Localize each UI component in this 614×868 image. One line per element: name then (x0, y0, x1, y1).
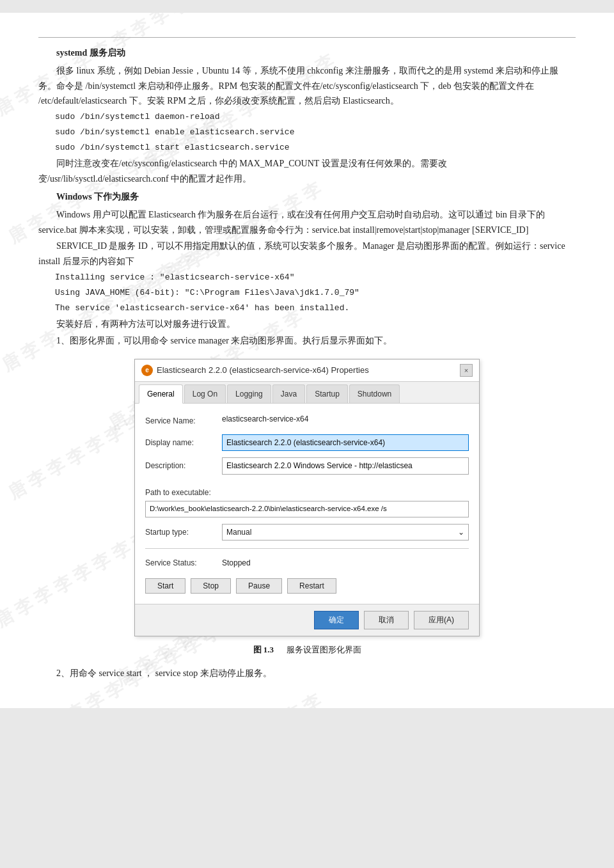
properties-dialog: e Elasticsearch 2.2.0 (elasticsearch-ser… (134, 359, 480, 636)
apply-button[interactable]: 应用(A) (414, 611, 469, 629)
code-line-3: The service 'elasticsearch-service-x64' … (38, 301, 576, 315)
tab-general[interactable]: General (139, 384, 183, 404)
display-name-label: Display name: (145, 434, 222, 449)
field-service-status: Service Status: Stopped (145, 556, 469, 569)
status-label: Service Status: (145, 556, 222, 569)
field-path: Path to executable: D:\work\es_book\elas… (145, 486, 469, 517)
description-label: Description: (145, 457, 222, 472)
titlebar-left: e Elasticsearch 2.2.0 (elasticsearch-ser… (141, 363, 369, 377)
tab-logging[interactable]: Logging (227, 384, 271, 403)
startup-value: Manual (226, 526, 251, 539)
para-after-code: 安装好后，有两种方法可以对服务进行设置。 (38, 317, 576, 332)
para-method2: 2、用命令 service start ， service stop 来启动停止… (38, 666, 576, 681)
dialog-wrapper: e Elasticsearch 2.2.0 (elasticsearch-ser… (38, 359, 576, 636)
watermark: 唐 李 李 李 李 李 李 李 李 李 (123, 689, 326, 708)
description-input[interactable]: Elasticsearch 2.2.0 Windows Service - ht… (222, 457, 469, 474)
startup-label: Startup type: (145, 526, 222, 539)
cancel-button[interactable]: 取消 (364, 611, 409, 629)
startup-chevron-icon: ⌄ (458, 526, 464, 539)
field-display-name: Display name: Elasticsearch 2.2.0 (elast… (145, 434, 469, 451)
cmd1: sudo /bin/systemctl daemon-reload (38, 110, 576, 124)
dialog-inner-divider (145, 548, 469, 549)
status-value: Stopped (222, 556, 251, 569)
figure-caption: 图 1.3 服务设置图形化界面 (38, 643, 576, 657)
ok-button[interactable]: 确定 (314, 611, 359, 629)
service-control-buttons: Start Stop Pause Restart (145, 578, 469, 594)
service-name-value: elasticsearch-service-x64 (222, 413, 469, 425)
figure-title: 服务设置图形化界面 (287, 645, 361, 654)
para4: SERVICE_ID 是服务 ID，可以不用指定用默认的值，系统可以安装多个服务… (38, 239, 576, 269)
cmd2: sudo /bin/systemctl enable elasticsearch… (38, 125, 576, 139)
dialog-close-button[interactable]: × (460, 364, 473, 377)
description-value: Elasticsearch 2.2.0 Windows Service - ht… (222, 457, 469, 474)
dialog-footer: 确定 取消 应用(A) (135, 604, 479, 636)
field-startup-type: Startup type: Manual ⌄ (145, 524, 469, 541)
field-description: Description: Elasticsearch 2.2.0 Windows… (145, 457, 469, 474)
para-method1: 1、图形化界面，可以用命令 service manager 来启动图形界面。执行… (38, 333, 576, 349)
para1: 很多 linux 系统，例如 Debian Jessie，Ubuntu 14 等… (38, 63, 576, 109)
para3: Windows 用户可以配置 Elasticsearch 作为服务在后台运行，或… (38, 207, 576, 238)
display-name-value: Elasticsearch 2.2.0 (elasticsearch-servi… (222, 434, 469, 451)
display-name-input[interactable]: Elasticsearch 2.2.0 (elasticsearch-servi… (222, 434, 469, 451)
stop-button[interactable]: Stop (191, 578, 231, 594)
tab-startup[interactable]: Startup (306, 384, 348, 403)
startup-select[interactable]: Manual ⌄ (222, 524, 469, 541)
path-label: Path to executable: (145, 486, 469, 499)
pause-button[interactable]: Pause (236, 578, 282, 594)
dialog-body: Service Name: elasticsearch-service-x64 … (135, 404, 479, 604)
restart-button[interactable]: Restart (287, 578, 336, 594)
dialog-titlebar: e Elasticsearch 2.2.0 (elasticsearch-ser… (135, 359, 479, 382)
tab-logon[interactable]: Log On (184, 384, 226, 403)
dialog-title: Elasticsearch 2.2.0 (elasticsearch-servi… (157, 363, 369, 377)
dialog-app-icon: e (141, 365, 153, 376)
code-line-2: Using JAVA_HOME (64-bit): "C:\Program Fi… (38, 286, 576, 300)
code-line-1: Installing service : "elasticsearch-serv… (38, 271, 576, 285)
path-value: D:\work\es_book\elasticsearch-2.2.0\bin\… (145, 501, 469, 517)
cmd3: sudo /bin/systemctl start elasticsearch.… (38, 141, 576, 155)
tab-java[interactable]: Java (272, 384, 305, 403)
figure-number: 图 1.3 (253, 645, 274, 654)
top-separator (38, 37, 576, 38)
para2: 同时注意改变在/etc/sysconfig/elasticsearch 中的 M… (38, 156, 576, 187)
field-service-name: Service Name: elasticsearch-service-x64 (145, 413, 469, 427)
systemd-title: systemd 服务启动 (38, 45, 576, 61)
windows-title: Windows 下作为服务 (38, 189, 576, 205)
dialog-tabs: General Log On Logging Java Startup Shut… (135, 382, 479, 404)
start-button[interactable]: Start (145, 578, 185, 594)
tab-shutdown[interactable]: Shutdown (349, 384, 400, 403)
service-name-label: Service Name: (145, 413, 222, 427)
